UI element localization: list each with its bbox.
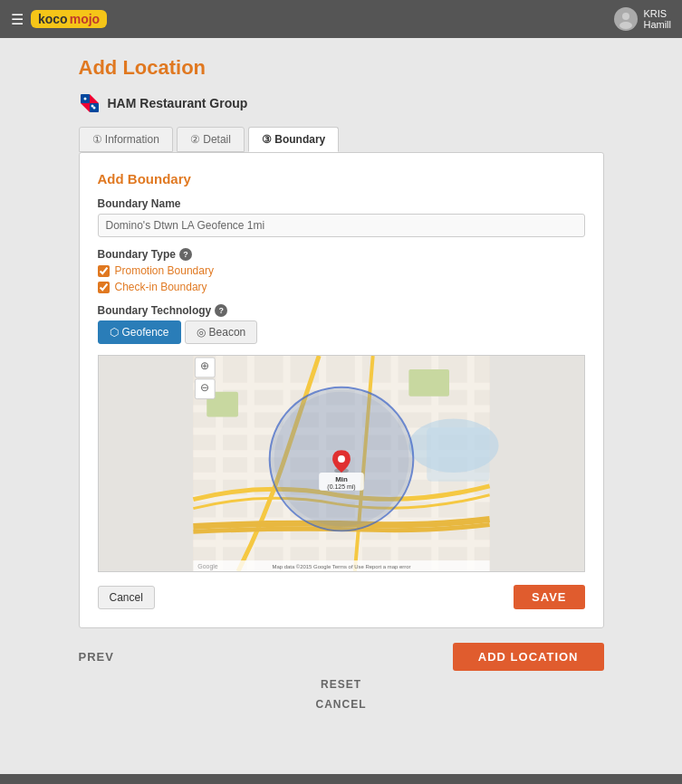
cancel-card-button[interactable]: Cancel: [98, 586, 155, 609]
tabs: ① Information ② Detail ③ Boundary: [79, 127, 604, 152]
footer: Copyright 2015 by KOCOMOJO LLC. All righ…: [0, 774, 682, 784]
brand-logo-icon: [79, 92, 101, 114]
svg-rect-17: [193, 540, 489, 547]
svg-point-1: [620, 22, 632, 29]
boundary-type-label: Boundary Type ?: [98, 248, 585, 261]
nav-row: PREV ADD LOCATION: [79, 643, 604, 671]
logo: kocomojo: [31, 10, 107, 28]
add-location-button[interactable]: ADD LOCATION: [453, 643, 604, 671]
beacon-label: Beacon: [209, 326, 246, 339]
inline-actions: Cancel SAVE: [98, 585, 585, 609]
beacon-icon: ◎: [197, 326, 206, 339]
svg-rect-29: [408, 369, 449, 397]
inline-left-actions: Cancel: [98, 586, 155, 609]
reset-button[interactable]: RESET: [321, 678, 361, 691]
checkin-boundary-label: Check-in Boundary: [115, 281, 207, 293]
beacon-button[interactable]: ◎ Beacon: [185, 320, 258, 344]
promotion-boundary-checkbox[interactable]: [98, 265, 110, 277]
svg-point-5: [83, 98, 86, 100]
tab-information[interactable]: ① Information: [79, 127, 173, 152]
svg-text:Min: Min: [335, 475, 348, 483]
boundary-type-group: Promotion Boundary Check-in Boundary: [98, 264, 585, 293]
bottom-actions: PREV ADD LOCATION RESET CANCEL: [79, 643, 604, 711]
tab-boundary[interactable]: ③ Boundary: [248, 127, 339, 152]
geofence-button[interactable]: ⬡ Geofence: [98, 320, 181, 344]
prev-button[interactable]: PREV: [79, 650, 114, 664]
map-container[interactable]: Min (0.125 mi) ⊕ ⊖ Map data ©2015 Google…: [98, 355, 585, 572]
svg-rect-18: [216, 356, 223, 571]
svg-text:⊖: ⊖: [200, 381, 209, 394]
svg-point-33: [338, 455, 345, 463]
boundary-type-help-icon[interactable]: ?: [179, 248, 192, 261]
brand-name: HAM Restaurant Group: [108, 96, 248, 110]
save-card-button[interactable]: SAVE: [514, 585, 584, 609]
logo-koco: koco: [38, 12, 68, 26]
tech-buttons: ⬡ Geofence ◎ Beacon: [98, 320, 585, 344]
svg-point-0: [622, 13, 629, 20]
header-right: KRIS Hamill: [614, 7, 671, 31]
menu-icon[interactable]: ☰: [11, 11, 24, 28]
svg-text:(0.125 mi): (0.125 mi): [327, 483, 355, 491]
svg-text:⊕: ⊕: [200, 359, 209, 372]
promotion-boundary-label: Promotion Boundary: [115, 264, 214, 277]
geofence-icon: ⬡: [110, 326, 119, 339]
add-boundary-title: Add Boundary: [98, 171, 585, 186]
brand-row: HAM Restaurant Group: [79, 92, 604, 114]
svg-text:Google: Google: [197, 563, 218, 570]
checkin-boundary-option[interactable]: Check-in Boundary: [98, 281, 585, 293]
cancel-bottom-button[interactable]: CANCEL: [316, 698, 367, 711]
header-left: ☰ kocomojo: [11, 10, 107, 28]
logo-mojo: mojo: [70, 12, 100, 26]
boundary-name-label: Boundary Name: [98, 197, 585, 210]
geofence-label: Geofence: [122, 326, 169, 339]
svg-point-7: [91, 105, 93, 108]
boundary-card: Add Boundary Boundary Name Boundary Type…: [79, 152, 604, 628]
page-title: Add Location: [79, 56, 604, 80]
user-name: KRIS Hamill: [643, 8, 671, 30]
svg-text:Map data ©2015 Google  Terms o: Map data ©2015 Google Terms of Use Repor…: [272, 564, 410, 569]
map-svg: Min (0.125 mi) ⊕ ⊖ Map data ©2015 Google…: [99, 356, 584, 571]
tab-detail[interactable]: ② Detail: [177, 127, 245, 152]
svg-rect-27: [427, 427, 489, 481]
promotion-boundary-option[interactable]: Promotion Boundary: [98, 264, 585, 277]
boundary-name-input[interactable]: [98, 214, 585, 237]
checkin-boundary-checkbox[interactable]: [98, 282, 110, 293]
boundary-tech-help-icon[interactable]: ?: [215, 304, 227, 317]
boundary-tech-label: Boundary Technology ?: [98, 304, 585, 317]
user-avatar-icon: [614, 7, 638, 31]
header: ☰ kocomojo KRIS Hamill: [0, 0, 682, 38]
main-content: Add Location HAM Restaurant Group ① Info…: [79, 38, 604, 747]
